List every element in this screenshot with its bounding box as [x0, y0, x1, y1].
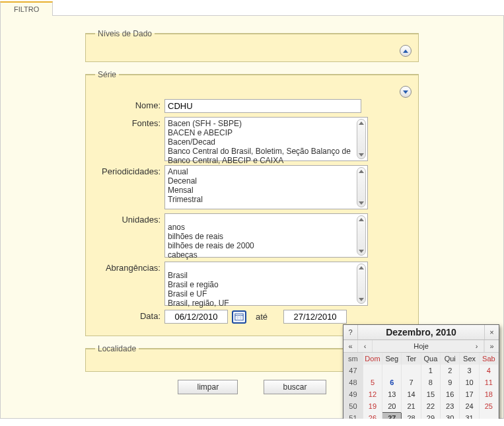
collapse-serie-icon[interactable]	[400, 86, 412, 98]
calendar-day[interactable]: 22	[421, 400, 440, 412]
abrangencias-listbox[interactable]: Brasil Brasil e região Brasil e UF Brasi…	[164, 262, 368, 306]
day-header: Seg	[382, 353, 402, 365]
svg-rect-0	[235, 314, 243, 320]
label-data: Data:	[95, 310, 164, 324]
calendar-day[interactable]: 26	[363, 412, 382, 419]
buscar-button[interactable]: buscar	[264, 380, 326, 394]
calendar-icon[interactable]	[232, 310, 246, 324]
calendar-day[interactable]: 12	[363, 388, 382, 400]
list-item[interactable]: Trimestral	[168, 195, 365, 204]
list-item[interactable]: BACEN e ABECIP	[168, 128, 365, 137]
list-item[interactable]: bilhões de reais de 2000	[168, 241, 365, 250]
calendar-day[interactable]: 15	[421, 388, 440, 400]
list-item[interactable]: Mensal	[168, 186, 365, 195]
list-item[interactable]: bilhões de reais	[168, 232, 365, 241]
calendar-first-button[interactable]: «	[343, 340, 358, 352]
weeknum-cell: 48	[343, 376, 363, 388]
calendar-day[interactable]: 3	[460, 365, 479, 376]
day-header: Dom	[363, 353, 382, 365]
calendar-day[interactable]: 4	[479, 365, 498, 376]
calendar-next-button[interactable]: ›	[470, 340, 484, 352]
list-item[interactable]: Bacen (SFH - SBPE)	[168, 119, 365, 128]
calendar-day[interactable]: 25	[479, 400, 498, 412]
list-item[interactable]: Decenal	[168, 176, 365, 186]
label-nome: Nome:	[95, 99, 164, 113]
calendar-day[interactable]: 29	[421, 412, 440, 419]
calendar-day[interactable]: 11	[479, 376, 498, 388]
data-de-input[interactable]	[164, 310, 228, 324]
list-item[interactable]: Brasil e UF	[168, 289, 365, 299]
calendar-help-button[interactable]: ?	[343, 325, 358, 339]
calendar-day[interactable]: 19	[363, 400, 382, 412]
calendar-day[interactable]: 2	[441, 365, 460, 376]
calendar-day	[402, 365, 421, 376]
scrollbar[interactable]	[357, 264, 366, 304]
list-item[interactable]: Banco Central do Brasil, Boletim, Seção …	[168, 147, 365, 156]
tab-bar: FILTRO	[0, 0, 504, 16]
fieldset-niveis-de-dado: Níveis de Dado	[85, 29, 419, 62]
weeknum-cell: 49	[343, 388, 363, 400]
calendar-day[interactable]: 17	[460, 388, 479, 400]
calendar-day[interactable]: 30	[441, 412, 460, 419]
fieldset-serie: Série Nome: Fontes: Bacen (SFH - SBPE) B…	[85, 70, 419, 336]
calendar-day[interactable]: 20	[382, 400, 402, 412]
list-item[interactable]: Brasil, região, UF	[168, 299, 365, 308]
calendar-close-button[interactable]: ×	[484, 325, 499, 339]
day-header: Ter	[402, 353, 421, 365]
calendar-last-button[interactable]: »	[484, 340, 499, 352]
periodicidades-listbox[interactable]: Anual Decenal Mensal Trimestral	[164, 165, 368, 209]
scrollbar[interactable]	[357, 167, 366, 207]
list-item[interactable]: anos	[168, 223, 365, 232]
tab-filtro[interactable]: FILTRO	[0, 1, 53, 17]
collapse-niveis-icon[interactable]	[400, 45, 412, 57]
legend-serie: Série	[95, 70, 119, 79]
list-item[interactable]: Brasil e região	[168, 280, 365, 289]
calendar-day[interactable]: 28	[402, 412, 421, 419]
calendar-title[interactable]: Dezembro, 2010	[358, 325, 484, 339]
calendar-prev-button[interactable]: ‹	[358, 340, 373, 352]
calendar-day[interactable]: 14	[402, 388, 421, 400]
calendar-day[interactable]: 7	[402, 376, 421, 388]
main-panel: Níveis de Dado Série Nome: Fontes: Bacen…	[0, 16, 504, 419]
limpar-button[interactable]: limpar	[178, 380, 238, 394]
day-header: Sex	[460, 353, 479, 365]
list-item[interactable]: Banco Central, ABECIP e CAIXA	[168, 156, 365, 165]
calendar-grid: sm Dom Seg Ter Qua Qui Sex Sab 471234485…	[343, 353, 499, 419]
list-item[interactable]: Anual	[168, 167, 365, 176]
calendar-day[interactable]: 21	[402, 400, 421, 412]
list-item[interactable]: Brasil	[168, 271, 365, 280]
scrollbar[interactable]	[357, 215, 366, 256]
calendar-day[interactable]: 13	[382, 388, 402, 400]
nome-input[interactable]	[164, 99, 361, 113]
calendar-day[interactable]: 5	[363, 376, 382, 388]
calendar-today-button[interactable]: Hoje	[373, 340, 470, 352]
data-ate-input[interactable]	[283, 310, 347, 324]
label-fontes: Fontes:	[95, 117, 164, 161]
calendar-day	[382, 365, 402, 376]
scrollbar[interactable]	[357, 119, 366, 159]
calendar-day[interactable]: 24	[460, 400, 479, 412]
unidades-listbox[interactable]: anos bilhões de reais bilhões de reais d…	[164, 213, 368, 258]
weeknum-cell: 50	[343, 400, 363, 412]
calendar-popup: ? Dezembro, 2010 × « ‹ Hoje › » sm Dom S…	[343, 324, 499, 419]
calendar-day[interactable]: 9	[441, 376, 460, 388]
label-periodicidades: Periodicidades:	[95, 165, 164, 209]
calendar-day[interactable]: 23	[441, 400, 460, 412]
calendar-day	[479, 412, 498, 419]
calendar-day[interactable]: 16	[441, 388, 460, 400]
label-abrangencias: Abrangências:	[95, 262, 164, 306]
calendar-day[interactable]: 1	[421, 365, 440, 376]
calendar-day[interactable]: 18	[479, 388, 498, 400]
calendar-day[interactable]: 8	[421, 376, 440, 388]
calendar-day[interactable]: 27	[382, 412, 402, 419]
list-item[interactable]: Bacen/Decad	[168, 137, 365, 147]
fontes-listbox[interactable]: Bacen (SFH - SBPE) BACEN e ABECIP Bacen/…	[164, 117, 368, 161]
list-item[interactable]: cabeças	[168, 250, 365, 260]
calendar-day[interactable]: 31	[460, 412, 479, 419]
weeknum-cell: 47	[343, 365, 363, 376]
legend-localidade: Localidade	[95, 344, 139, 353]
calendar-day[interactable]: 10	[460, 376, 479, 388]
calendar-day[interactable]: 6	[382, 376, 402, 388]
legend-niveis: Níveis de Dado	[95, 29, 155, 38]
weeknum-cell: 51	[343, 412, 363, 419]
